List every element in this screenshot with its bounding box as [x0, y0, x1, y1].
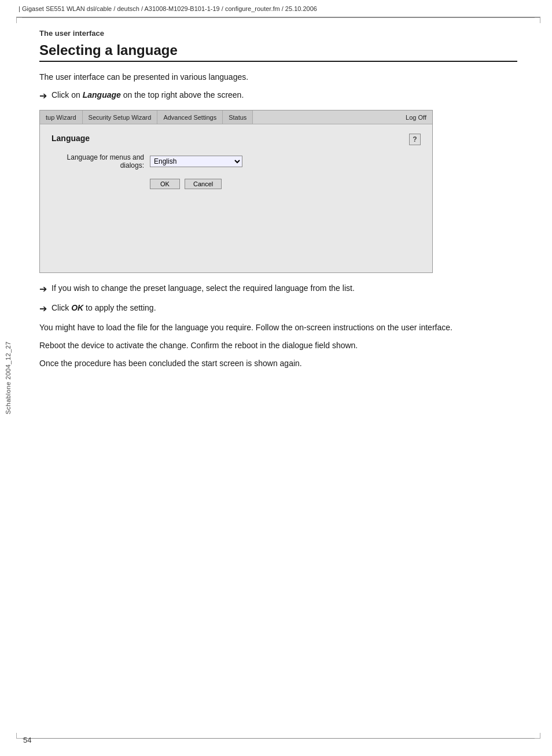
arrow-glyph-3: ➔: [39, 302, 47, 316]
side-label: Schablone 2004_12_27: [0, 0, 16, 756]
arrow3-rest: to apply the setting.: [83, 303, 156, 312]
logoff-link[interactable]: Log Off: [400, 112, 432, 123]
header-text: | Gigaset SE551 WLAN dsl/cable / deutsch…: [19, 5, 317, 12]
tab-advanced-settings[interactable]: Advanced Settings: [157, 110, 223, 124]
tab-status[interactable]: Status: [223, 110, 253, 124]
help-button[interactable]: ?: [409, 134, 421, 145]
cancel-button[interactable]: Cancel: [185, 179, 222, 189]
arrow-text-1: Click on Language on the top right above…: [51, 89, 517, 101]
arrow-text-3: Click OK to apply the setting.: [51, 302, 517, 314]
main-content: The user interface Selecting a language …: [16, 17, 540, 399]
title-rule: [39, 61, 517, 62]
ok-bold: OK: [71, 303, 83, 312]
corner-br: [535, 733, 540, 739]
page-header: | Gigaset SE551 WLAN dsl/cable / deutsch…: [16, 0, 540, 17]
section-label: The user interface: [39, 29, 517, 38]
tab-security-setup-wizard[interactable]: Security Setup Wizard: [83, 110, 158, 124]
arrow-item-3: ➔ Click OK to apply the setting.: [39, 302, 517, 316]
ok-button[interactable]: OK: [150, 179, 180, 189]
button-row: OK Cancel: [150, 179, 421, 189]
panel-spacer: [51, 194, 421, 263]
language-panel: Language ? Language for menus and dialog…: [40, 124, 432, 272]
page-number: 54: [23, 736, 31, 744]
para-3: Reboot the device to activate the change…: [39, 340, 517, 352]
nav-bar: tup Wizard Security Setup Wizard Advance…: [40, 110, 432, 124]
arrow-text-2: If you wish to change the preset languag…: [51, 282, 517, 294]
para-4: Once the procedure has been concluded th…: [39, 357, 517, 370]
language-field-label: Language for menus and dialogs:: [51, 153, 144, 169]
arrow-item-2: ➔ If you wish to change the preset langu…: [39, 282, 517, 296]
language-bold: Language: [83, 90, 121, 99]
intro-para: The user interface can be presented in v…: [39, 71, 517, 83]
corner-bl: [16, 733, 22, 739]
language-form-row: Language for menus and dialogs: English: [51, 153, 421, 169]
page-title: Selecting a language: [39, 42, 517, 58]
arrow-glyph-2: ➔: [39, 282, 47, 296]
tab-setup-wizard[interactable]: tup Wizard: [40, 110, 83, 124]
bottom-rule: [22, 738, 535, 739]
arrow-item-1: ➔ Click on Language on the top right abo…: [39, 89, 517, 103]
panel-title-row: Language ?: [51, 134, 421, 145]
arrow3-pre: Click: [51, 303, 71, 312]
ui-screenshot: tup Wizard Security Setup Wizard Advance…: [39, 110, 433, 273]
panel-title-text: Language: [51, 134, 90, 143]
arrow-glyph-1: ➔: [39, 89, 47, 103]
arrow1-rest: on the top right above the screen.: [121, 90, 244, 99]
side-label-text: Schablone 2004_12_27: [5, 341, 12, 414]
para-2: You might have to load the file for the …: [39, 322, 517, 334]
language-select[interactable]: English: [150, 156, 242, 167]
